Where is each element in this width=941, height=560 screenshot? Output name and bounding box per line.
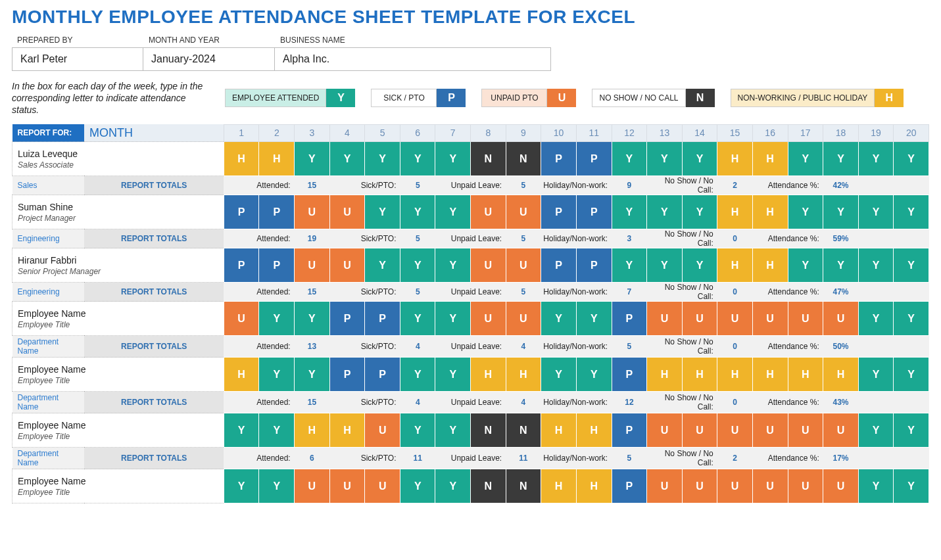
- day-cell[interactable]: H: [224, 358, 259, 392]
- day-cell[interactable]: U: [682, 413, 717, 448]
- day-cell[interactable]: U: [647, 413, 683, 448]
- day-cell[interactable]: H: [682, 358, 717, 392]
- day-cell[interactable]: Y: [400, 469, 435, 503]
- day-cell[interactable]: Y: [858, 469, 894, 503]
- day-cell[interactable]: U: [224, 302, 259, 336]
- day-cell[interactable]: N: [506, 469, 541, 503]
- day-cell[interactable]: U: [329, 469, 365, 503]
- day-cell[interactable]: U: [752, 302, 788, 336]
- day-cell[interactable]: H: [471, 358, 506, 392]
- day-cell[interactable]: H: [295, 413, 329, 448]
- day-cell[interactable]: P: [612, 413, 647, 448]
- day-cell[interactable]: H: [541, 413, 577, 448]
- day-cell[interactable]: U: [717, 469, 753, 503]
- day-cell[interactable]: Y: [435, 358, 471, 392]
- day-cell[interactable]: P: [541, 142, 577, 176]
- day-cell[interactable]: P: [365, 302, 400, 336]
- day-cell[interactable]: P: [612, 469, 647, 503]
- day-cell[interactable]: U: [647, 469, 683, 503]
- day-cell[interactable]: Y: [894, 142, 929, 176]
- day-cell[interactable]: U: [752, 413, 788, 448]
- day-cell[interactable]: N: [471, 142, 506, 176]
- day-cell[interactable]: U: [788, 413, 823, 448]
- day-cell[interactable]: P: [612, 358, 647, 392]
- day-cell[interactable]: Y: [365, 142, 400, 176]
- day-cell[interactable]: Y: [894, 358, 929, 392]
- day-cell[interactable]: U: [682, 469, 717, 503]
- day-cell[interactable]: Y: [858, 413, 894, 448]
- day-cell[interactable]: Y: [823, 195, 859, 229]
- day-cell[interactable]: Y: [295, 358, 329, 392]
- day-cell[interactable]: U: [506, 248, 541, 283]
- day-cell[interactable]: U: [752, 469, 788, 503]
- business-value[interactable]: Alpha Inc.: [275, 47, 551, 71]
- day-cell[interactable]: Y: [894, 248, 929, 283]
- day-cell[interactable]: H: [752, 142, 788, 176]
- day-cell[interactable]: Y: [400, 195, 435, 229]
- day-cell[interactable]: Y: [612, 142, 647, 176]
- day-cell[interactable]: P: [259, 195, 295, 229]
- day-cell[interactable]: P: [576, 248, 612, 283]
- day-cell[interactable]: U: [329, 248, 365, 283]
- prepared-by-value[interactable]: Karl Peter: [12, 47, 143, 71]
- day-cell[interactable]: Y: [858, 302, 894, 336]
- day-cell[interactable]: U: [682, 302, 717, 336]
- day-cell[interactable]: U: [295, 248, 329, 283]
- day-cell[interactable]: U: [717, 302, 753, 336]
- day-cell[interactable]: H: [752, 358, 788, 392]
- day-cell[interactable]: P: [259, 248, 295, 283]
- day-cell[interactable]: U: [471, 248, 506, 283]
- day-cell[interactable]: Y: [435, 142, 471, 176]
- day-cell[interactable]: Y: [400, 358, 435, 392]
- day-cell[interactable]: H: [717, 358, 753, 392]
- day-cell[interactable]: Y: [400, 302, 435, 336]
- day-cell[interactable]: Y: [400, 413, 435, 448]
- day-cell[interactable]: U: [788, 469, 823, 503]
- day-cell[interactable]: Y: [823, 248, 859, 283]
- day-cell[interactable]: Y: [894, 469, 929, 503]
- day-cell[interactable]: U: [788, 302, 823, 336]
- day-cell[interactable]: U: [647, 302, 683, 336]
- day-cell[interactable]: Y: [788, 142, 823, 176]
- day-cell[interactable]: Y: [576, 358, 612, 392]
- day-cell[interactable]: H: [576, 413, 612, 448]
- day-cell[interactable]: Y: [682, 248, 717, 283]
- day-cell[interactable]: H: [541, 469, 577, 503]
- day-cell[interactable]: H: [752, 195, 788, 229]
- day-cell[interactable]: Y: [435, 469, 471, 503]
- day-cell[interactable]: U: [823, 413, 859, 448]
- day-cell[interactable]: Y: [365, 195, 400, 229]
- day-cell[interactable]: Y: [541, 302, 577, 336]
- day-cell[interactable]: U: [506, 302, 541, 336]
- day-cell[interactable]: H: [224, 142, 259, 176]
- day-cell[interactable]: H: [259, 142, 295, 176]
- month-year-value[interactable]: January-2024: [143, 47, 275, 71]
- day-cell[interactable]: H: [717, 195, 753, 229]
- day-cell[interactable]: N: [506, 142, 541, 176]
- day-cell[interactable]: N: [506, 413, 541, 448]
- day-cell[interactable]: U: [295, 469, 329, 503]
- day-cell[interactable]: Y: [435, 195, 471, 229]
- day-cell[interactable]: U: [295, 195, 329, 229]
- day-cell[interactable]: Y: [612, 248, 647, 283]
- day-cell[interactable]: Y: [823, 142, 859, 176]
- day-cell[interactable]: Y: [259, 358, 295, 392]
- day-cell[interactable]: Y: [647, 195, 683, 229]
- day-cell[interactable]: Y: [259, 413, 295, 448]
- day-cell[interactable]: Y: [682, 195, 717, 229]
- day-cell[interactable]: Y: [894, 195, 929, 229]
- day-cell[interactable]: Y: [400, 142, 435, 176]
- day-cell[interactable]: Y: [576, 302, 612, 336]
- day-cell[interactable]: P: [224, 248, 259, 283]
- day-cell[interactable]: H: [788, 358, 823, 392]
- day-cell[interactable]: U: [329, 195, 365, 229]
- day-cell[interactable]: H: [752, 248, 788, 283]
- day-cell[interactable]: Y: [858, 142, 894, 176]
- day-cell[interactable]: Y: [224, 413, 259, 448]
- day-cell[interactable]: U: [365, 413, 400, 448]
- day-cell[interactable]: Y: [788, 248, 823, 283]
- day-cell[interactable]: U: [823, 469, 859, 503]
- day-cell[interactable]: Y: [400, 248, 435, 283]
- day-cell[interactable]: P: [576, 195, 612, 229]
- day-cell[interactable]: Y: [788, 195, 823, 229]
